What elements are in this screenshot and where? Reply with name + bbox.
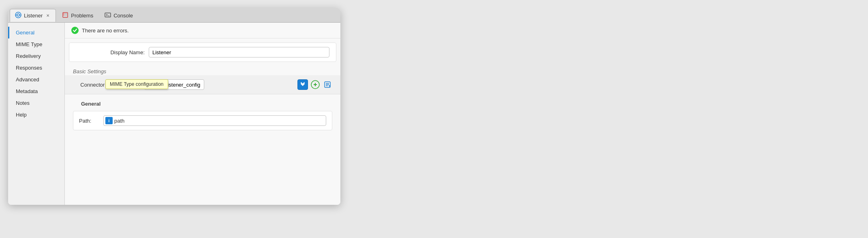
path-input[interactable] (114, 118, 326, 124)
sidebar-item-redelivery[interactable]: Redelivery (8, 50, 64, 62)
display-name-label: Display Name: (76, 49, 149, 55)
add-config-button[interactable] (310, 80, 320, 89)
main-window: Listener ✕ Problems (8, 8, 340, 205)
path-row: Path: i (79, 115, 326, 126)
mime-type-tooltip: MIME Type configuration (105, 79, 168, 89)
problems-tab-label: Problems (71, 13, 93, 19)
sidebar-advanced-label: Advanced (16, 76, 39, 83)
sidebar-notes-label: Notes (16, 100, 30, 106)
tab-bar: Listener ✕ Problems (8, 8, 340, 23)
edit-config-button[interactable] (323, 80, 332, 89)
tab-listener[interactable]: Listener ✕ (10, 9, 56, 22)
sidebar-item-general[interactable]: General (8, 27, 64, 38)
listener-tab-label: Listener (24, 13, 43, 19)
path-indicator-icon: i (105, 117, 113, 124)
sidebar-item-help[interactable]: Help (8, 109, 64, 121)
svg-point-1 (17, 14, 19, 16)
display-name-input[interactable] (149, 47, 329, 57)
tab-console[interactable]: Console (99, 9, 138, 22)
sidebar-general-label: General (16, 30, 34, 36)
status-text: There are no errors. (82, 28, 129, 34)
path-label: Path: (79, 118, 103, 124)
general-subsection: General Path: i (65, 94, 340, 137)
status-ok-icon (71, 27, 79, 34)
general-subsection-header: General (73, 98, 332, 108)
status-bar: There are no errors. (65, 23, 340, 38)
sidebar-help-label: Help (16, 112, 27, 118)
display-name-row: Display Name: (76, 47, 329, 57)
sidebar-item-notes[interactable]: Notes (8, 97, 64, 109)
sidebar: General MIME Type Redelivery Responses A… (8, 23, 65, 205)
console-tab-label: Console (113, 13, 133, 19)
listener-tab-close[interactable]: ✕ (45, 13, 51, 18)
connector-dropdown-btn[interactable] (297, 79, 308, 90)
path-input-wrapper: i (103, 115, 326, 126)
console-tab-icon (105, 12, 111, 19)
sidebar-item-responses[interactable]: Responses (8, 62, 64, 74)
tab-problems[interactable]: Problems (57, 9, 98, 22)
sidebar-item-metadata[interactable]: Metadata (8, 85, 64, 97)
sidebar-redelivery-label: Redelivery (16, 53, 41, 59)
content-area: There are no errors. Display Name: Basic… (65, 23, 340, 205)
main-area: General MIME Type Redelivery Responses A… (8, 23, 340, 205)
svg-point-6 (63, 14, 64, 15)
sidebar-item-advanced[interactable]: Advanced (8, 74, 64, 85)
sidebar-item-mime-type[interactable]: MIME Type (8, 38, 64, 50)
sidebar-mime-label: MIME Type (16, 41, 43, 47)
sidebar-metadata-label: Metadata (16, 88, 38, 94)
listener-tab-icon (15, 12, 21, 19)
basic-settings-header: Basic Settings (65, 66, 340, 75)
sidebar-responses-label: Responses (16, 65, 42, 71)
svg-point-11 (72, 27, 78, 34)
svg-point-5 (63, 13, 64, 14)
problems-tab-icon (62, 12, 68, 19)
